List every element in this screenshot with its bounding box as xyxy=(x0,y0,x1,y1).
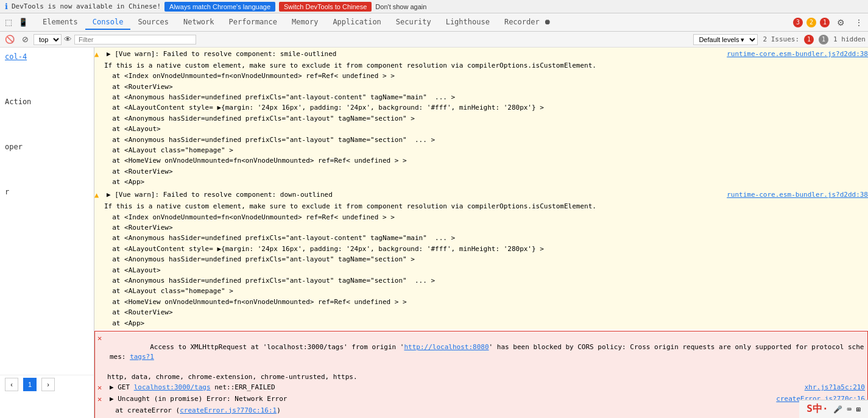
tab-network[interactable]: Network xyxy=(176,15,222,30)
error-badge: 3 xyxy=(793,18,803,27)
error-icon-3: ✕ xyxy=(97,394,107,405)
filter-toggle-button[interactable]: ⊘ xyxy=(19,34,31,45)
create-error-link-1[interactable]: createError.js?770c:16:1 xyxy=(180,406,277,414)
sogou-logo: S中· xyxy=(806,403,828,416)
match-language-button[interactable]: Always match Chrome's language xyxy=(164,2,275,12)
error-3-header: ✕ ▶ Uncaught (in promise) Error: Network… xyxy=(97,394,865,405)
tab-lighthouse[interactable]: Lighthouse xyxy=(439,15,497,30)
warn-1-detail-text-11: at <App> xyxy=(104,177,868,186)
warn-1-source[interactable]: runtime-core.esm-bundler.js?d2dd:38 xyxy=(722,49,868,58)
warn-2-detail-text-8: at <ALayout class="homepage" > xyxy=(104,286,868,296)
tab-right-area: 3 2 1 ⚙ ⋮ xyxy=(793,16,866,29)
error-1-detail-text: http, data, chrome, chrome-extension, ch… xyxy=(107,372,865,381)
warn-1-detail-text-4: at <ALayoutContent style= ▶{margin: '24p… xyxy=(104,103,868,112)
warn-1-detail-text-3: at <Anonymous hasSider=undefined prefixC… xyxy=(104,93,868,102)
warn-2-detail-9: at <HomeView onVnodeUnmounted=fn<onVnode… xyxy=(94,297,868,307)
error-2-text: ▶ GET localhost:3000/tags net::ERR_FAILE… xyxy=(110,383,800,392)
warn-1-detail-2: at <RouterView> xyxy=(94,82,868,92)
warn-1-detail-text-10: at <RouterView> xyxy=(104,167,868,176)
error-2-header: ✕ ▶ GET localhost:3000/tags net::ERR_FAI… xyxy=(97,382,865,394)
sogou-mic-icon[interactable]: 🎤 xyxy=(833,405,842,414)
warn-2-source[interactable]: runtime-core.esm-bundler.js?d2dd:38 xyxy=(722,190,868,199)
warn-1-detail-11: at <App> xyxy=(94,177,868,187)
error-2-link[interactable]: localhost:3000/tags xyxy=(134,383,211,391)
tab-sources[interactable]: Sources xyxy=(130,15,176,30)
warn-1-text: ▶ [Vue warn]: Failed to resolve componen… xyxy=(107,49,722,58)
clear-console-button[interactable]: 🚫 xyxy=(2,34,17,45)
warn-2-detail-0: If this is a native custom element, make… xyxy=(94,201,868,211)
warn-message-2: ▲ ▶ [Vue warn]: Failed to resolve compon… xyxy=(94,188,868,329)
warn-2-text: ▶ [Vue warn]: Failed to resolve componen… xyxy=(107,190,722,199)
tab-bar: ⬚ 📱 Elements Console Sources Network Per… xyxy=(0,13,868,32)
warn-2-detail-text-10: at <RouterView> xyxy=(104,308,868,317)
console-panel[interactable]: ▲ ▶ [Vue warn]: Failed to resolve compon… xyxy=(94,48,868,418)
warn-1-detail-text-5: at <Anonymous hasSider=undefined prefixC… xyxy=(104,114,868,123)
error-1-source-link[interactable]: tags?1 xyxy=(130,353,154,361)
error-1-text: Access to XMLHttpRequest at 'localhost:3… xyxy=(110,333,865,371)
error-block: ✕ Access to XMLHttpRequest at 'localhost… xyxy=(94,331,868,418)
warn-2-detail-10: at <RouterView> xyxy=(94,307,868,317)
warn-2-detail-8: at <ALayout class="homepage" > xyxy=(94,286,868,296)
error-1-header: ✕ Access to XMLHttpRequest at 'localhost… xyxy=(97,333,865,372)
warn-1-detail-9: at <HomeView onVnodeUnmounted=fn<onVnode… xyxy=(94,155,868,166)
show-issues-button[interactable]: 👁 xyxy=(64,35,72,44)
more-button[interactable]: ⋮ xyxy=(852,16,866,29)
info-bar: ℹ DevTools is now available in Chinese! … xyxy=(0,0,868,13)
context-selector[interactable]: top xyxy=(34,34,62,45)
error-2-source[interactable]: xhr.js?1a5c:210 xyxy=(800,383,865,392)
warn-2-detail-3: at <Anonymous hasSider=undefined prefixC… xyxy=(94,233,868,243)
warn-2-detail-5: at <Anonymous hasSider=undefined prefixC… xyxy=(94,254,868,264)
tab-badges: 3 2 1 xyxy=(793,18,830,27)
tab-console[interactable]: Console xyxy=(85,15,131,30)
main-layout: col-4 Action oper r ‹ 1 › ▲ ▶ [Vue warn]… xyxy=(0,48,868,418)
prev-page-button[interactable]: ‹ xyxy=(5,378,18,391)
warn-2-detail-4: at <ALayoutContent style= ▶{margin: '24p… xyxy=(94,244,868,254)
warn-2-header: ▲ ▶ [Vue warn]: Failed to resolve compon… xyxy=(94,190,868,201)
warn-2-detail-text-7: at <Anonymous hasSider=undefined prefixC… xyxy=(104,276,868,285)
warn-1-detail-7: at <Anonymous hasSider=undefined prefixC… xyxy=(94,135,868,145)
filter-input[interactable] xyxy=(74,35,196,44)
warn-1-detail-0: If this is a native custom element, make… xyxy=(94,60,868,71)
error-3-detail-text-1: at createError (createError.js?770c:16:1… xyxy=(107,406,865,415)
tab-security[interactable]: Security xyxy=(389,15,439,30)
error-3-detail-2: at XMLHttpRequest.handleError (xhr.js?1a… xyxy=(97,416,865,418)
warn-2-detail-2: at <RouterView> xyxy=(94,222,868,233)
tab-performance[interactable]: Performance xyxy=(222,15,284,30)
settings-button[interactable]: ⚙ xyxy=(834,16,847,29)
next-page-button[interactable]: › xyxy=(41,378,55,391)
hidden-label: 1 hidden xyxy=(833,35,866,43)
device-icon-button[interactable]: 📱 xyxy=(16,16,30,28)
warning-badge: 2 xyxy=(806,18,816,27)
left-content: col-4 Action oper r xyxy=(0,48,94,201)
warn-1-detail-text-7: at <Anonymous hasSider=undefined prefixC… xyxy=(104,135,868,144)
tab-elements[interactable]: Elements xyxy=(35,15,85,30)
inspect-icon-button[interactable]: ⬚ xyxy=(2,16,15,28)
warn-2-detail-text-4: at <ALayoutContent style= ▶{margin: '24p… xyxy=(104,244,868,253)
warn-1-detail-text-8: at <ALayout class="homepage" > xyxy=(104,146,868,155)
warn-2-detail-text-1: at <Index onVnodeUnmounted=fn<onVnodeUnm… xyxy=(104,213,868,222)
error-3-detail-1: at createError (createError.js?770c:16:1… xyxy=(97,405,865,416)
warn-1-detail-text-2: at <RouterView> xyxy=(104,82,868,91)
tab-memory[interactable]: Memory xyxy=(284,15,325,30)
sogou-grid-icon[interactable]: ⊞ xyxy=(856,405,861,414)
switch-devtools-button[interactable]: Switch DevTools to Chinese xyxy=(279,2,372,12)
dont-show-button[interactable]: Don't show again xyxy=(375,3,426,10)
warn-2-detail-text-5: at <Anonymous hasSider=undefined prefixC… xyxy=(104,255,868,264)
warn-1-detail-text-0: If this is a native custom element, make… xyxy=(104,61,868,70)
error-1-link[interactable]: http://localhost:8080 xyxy=(404,343,489,351)
tab-recorder[interactable]: Recorder ⏺ xyxy=(497,15,559,30)
warn-2-detail-1: at <Index onVnodeUnmounted=fn<onVnodeUnm… xyxy=(94,212,868,222)
issues-blue-badge: 1 xyxy=(819,35,828,44)
warn-2-detail-text-3: at <Anonymous hasSider=undefined prefixC… xyxy=(104,233,868,243)
tab-application[interactable]: Application xyxy=(325,15,388,30)
col4-link[interactable]: col-4 xyxy=(5,52,89,61)
warn-1-detail-5: at <Anonymous hasSider=undefined prefixC… xyxy=(94,113,868,124)
warn-1-detail-8: at <ALayout class="homepage" > xyxy=(94,145,868,155)
warn-1-detail-text-6: at <ALayout> xyxy=(104,124,868,133)
warn-1-detail-text-1: at <Index onVnodeUnmounted=fn<onVnodeUnm… xyxy=(104,71,868,80)
levels-selector[interactable]: Default levels ▾ xyxy=(693,34,758,45)
warn-2-detail-11: at <App> xyxy=(94,318,868,328)
current-page-button[interactable]: 1 xyxy=(23,378,37,391)
warn-2-detail-text-0: If this is a native custom element, make… xyxy=(104,202,868,211)
sogou-keyboard-icon[interactable]: ⌨ xyxy=(847,405,852,414)
